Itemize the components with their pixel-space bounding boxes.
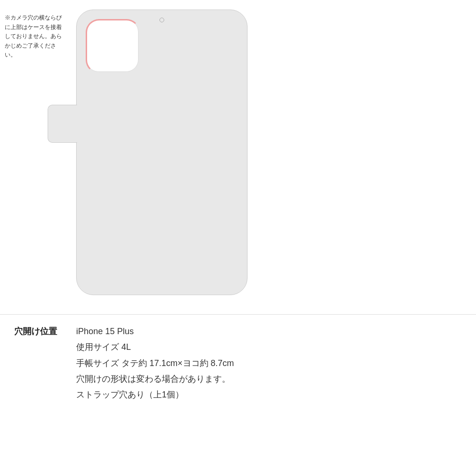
- info-row-device: 穴開け位置 iPhone 15 Plus 使用サイズ 4L 手帳サイズ タテ約 …: [14, 324, 462, 403]
- strap-note: ストラップ穴あり（上1個）: [76, 387, 234, 403]
- info-content-block: iPhone 15 Plus 使用サイズ 4L 手帳サイズ タテ約 17.1cm…: [76, 324, 234, 403]
- camera-cutout: [86, 20, 139, 72]
- device-name: iPhone 15 Plus: [76, 324, 234, 339]
- info-note: ※カメラ穴の横ならびに上部はケースを接着しておりません。あらかじめご了承ください…: [5, 13, 67, 60]
- case-illustration: [48, 10, 276, 305]
- page-container: ※カメラ穴の横ならびに上部はケースを接着しておりません。あらかじめご了承ください…: [0, 0, 476, 476]
- size-label: 使用サイズ 4L: [76, 339, 234, 355]
- dimensions: 手帳サイズ タテ約 17.1cm×ヨコ約 8.7cm: [76, 356, 234, 371]
- strap-hole: [159, 18, 164, 22]
- info-label: 穴開け位置: [14, 326, 76, 337]
- camera-cutout-border: [86, 19, 140, 73]
- case-body: [76, 10, 248, 295]
- shape-note: 穴開けの形状は変わる場合があります。: [76, 371, 234, 387]
- divider: [0, 314, 476, 315]
- side-tab: [48, 105, 77, 143]
- info-section: 穴開け位置 iPhone 15 Plus 使用サイズ 4L 手帳サイズ タテ約 …: [14, 324, 462, 406]
